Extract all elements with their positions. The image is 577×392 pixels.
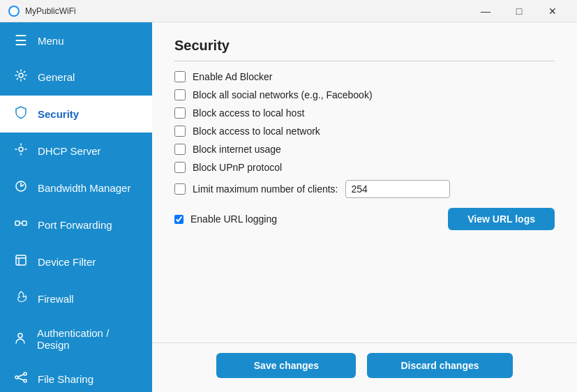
enable-ad-blocker-checkbox[interactable]: [174, 71, 186, 82]
option-block-local-network: Block access to local network: [174, 126, 555, 137]
sidebar-item-label: File Sharing: [38, 373, 93, 385]
sidebar-item-devicefilter[interactable]: Device Filter: [0, 243, 152, 280]
option-max-clients: Limit maximum number of clients:: [174, 180, 555, 198]
general-icon: [13, 68, 29, 86]
svg-point-2: [19, 147, 23, 151]
option-block-upnp: Block UPnP protocol: [174, 162, 555, 173]
option-url-logging: Enable URL logging View URL logs: [174, 208, 555, 230]
option-block-social: Block all social networks (e.g., Faceboo…: [174, 89, 555, 100]
content-area: Security Enable Ad Blocker Block all soc…: [152, 22, 577, 392]
sidebar-item-label: Device Filter: [38, 256, 96, 268]
svg-point-7: [18, 333, 22, 338]
block-social-label: Block all social networks (e.g., Faceboo…: [193, 89, 373, 100]
sidebar-item-label: Security: [38, 108, 79, 120]
maximize-button[interactable]: □: [503, 0, 535, 22]
block-social-checkbox[interactable]: [174, 89, 186, 100]
max-clients-input[interactable]: [345, 180, 450, 198]
sidebar-item-dhcp[interactable]: DHCP Server: [0, 133, 152, 169]
firewall-icon: [13, 290, 29, 308]
block-localhost-label: Block access to local host: [193, 107, 304, 119]
svg-rect-5: [22, 221, 27, 225]
url-logging-checkbox[interactable]: [174, 215, 183, 224]
filesharing-icon: [13, 370, 29, 388]
minimize-button[interactable]: —: [470, 0, 502, 22]
svg-point-0: [10, 7, 18, 15]
sidebar-item-firewall[interactable]: Firewall: [0, 280, 152, 317]
page-title: Security: [174, 38, 555, 61]
sidebar-item-label: Authentication / Design: [37, 327, 140, 351]
close-button[interactable]: ✕: [537, 0, 569, 22]
auth-icon: [13, 331, 29, 348]
footer-bar: Save changes Discard changes: [152, 342, 577, 392]
menu-icon: ☰: [13, 32, 29, 49]
sidebar-item-label: Menu: [38, 35, 64, 47]
app-title: MyPublicWiFi: [25, 6, 470, 16]
max-clients-checkbox[interactable]: [174, 183, 186, 195]
sidebar-item-label: Port Forwarding: [38, 219, 112, 231]
sidebar-item-label: Firewall: [38, 293, 74, 305]
svg-rect-4: [15, 221, 20, 225]
max-clients-label: Limit maximum number of clients:: [193, 183, 338, 195]
sidebar-item-auth[interactable]: Authentication / Design: [0, 317, 152, 361]
block-internet-label: Block internet usage: [193, 144, 281, 155]
block-local-network-label: Block access to local network: [193, 126, 320, 137]
devicefilter-icon: [13, 253, 29, 271]
sidebar-item-security[interactable]: Security: [0, 96, 152, 133]
block-upnp-label: Block UPnP protocol: [193, 162, 282, 173]
sidebar-item-label: General: [38, 71, 75, 83]
content-inner: Security Enable Ad Blocker Block all soc…: [152, 22, 577, 342]
bandwidth-icon: [13, 179, 29, 197]
sidebar-item-general[interactable]: General: [0, 59, 152, 96]
save-changes-button[interactable]: Save changes: [216, 353, 356, 378]
option-enable-ad-blocker: Enable Ad Blocker: [174, 71, 555, 82]
block-localhost-checkbox[interactable]: [174, 107, 186, 119]
option-block-localhost: Block access to local host: [174, 107, 555, 119]
dhcp-icon: [13, 142, 29, 160]
block-local-network-checkbox[interactable]: [174, 126, 186, 137]
sidebar-item-bandwidth[interactable]: Bandwidth Manager: [0, 169, 152, 206]
view-url-logs-button[interactable]: View URL logs: [448, 208, 555, 230]
sidebar-item-menu[interactable]: ☰ Menu: [0, 22, 152, 59]
svg-point-1: [19, 73, 23, 77]
shield-icon: [13, 105, 29, 123]
sidebar-item-portfwd[interactable]: Port Forwarding: [0, 206, 152, 243]
window-controls: — □ ✕: [470, 0, 569, 22]
option-block-internet: Block internet usage: [174, 144, 555, 155]
portfwd-icon: [13, 216, 29, 234]
sidebar: ☰ Menu General Security: [0, 22, 152, 392]
block-internet-checkbox[interactable]: [174, 144, 186, 155]
svg-rect-6: [16, 255, 26, 265]
url-logging-label: Enable URL logging: [190, 213, 277, 225]
sidebar-item-filesharing[interactable]: File Sharing: [0, 361, 152, 392]
sidebar-item-label: Bandwidth Manager: [38, 182, 130, 194]
block-upnp-checkbox[interactable]: [174, 162, 186, 173]
discard-changes-button[interactable]: Discard changes: [367, 353, 512, 378]
app-icon: [8, 6, 20, 17]
app-body: ☰ Menu General Security: [0, 22, 577, 392]
sidebar-item-label: DHCP Server: [38, 145, 101, 157]
url-logging-left: Enable URL logging: [174, 213, 277, 225]
options-list: Enable Ad Blocker Block all social netwo…: [174, 71, 555, 230]
enable-ad-blocker-label: Enable Ad Blocker: [193, 71, 272, 82]
titlebar: MyPublicWiFi — □ ✕: [0, 0, 577, 22]
